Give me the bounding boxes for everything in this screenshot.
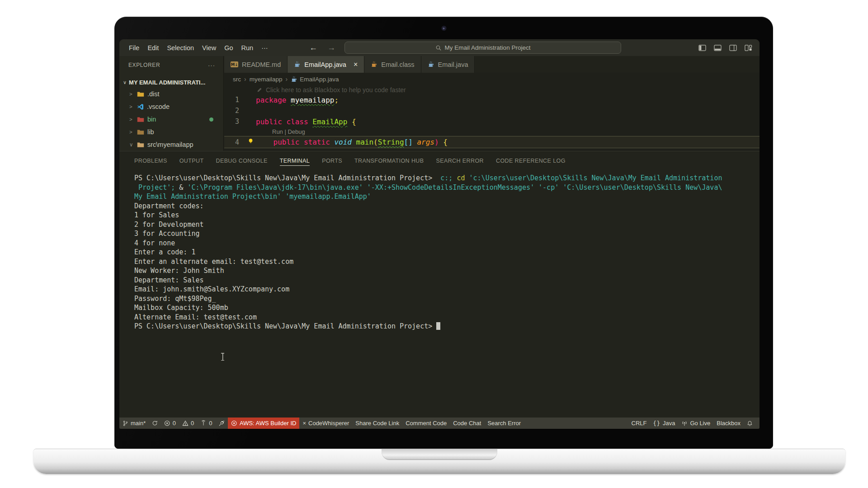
vscode-window: FileEditSelectionViewGoRun··· ← → My Ema… <box>119 39 760 429</box>
explorer-item-bin[interactable]: > bin <box>119 113 223 126</box>
status-bar: main*000AWS: AWS Builder ID×CodeWhispere… <box>119 418 760 429</box>
layout-panel-icon[interactable] <box>714 45 722 51</box>
terminal-line: Alternate Email: test@test.com <box>134 313 756 322</box>
bottom-panel: PROBLEMSOUTPUTDEBUG CONSOLETERMINALPORTS… <box>119 151 760 418</box>
breadcrumb-item-emailapp-java[interactable]: EmailApp.java <box>291 76 339 83</box>
tower-icon <box>200 420 207 426</box>
panel-tab-ports[interactable]: PORTS <box>322 156 342 165</box>
breadcrumb-item-myemailapp[interactable]: myemailapp <box>250 76 283 83</box>
java-blue-icon <box>428 61 434 68</box>
status-codewhisperer[interactable]: ×CodeWhisperer <box>299 418 352 429</box>
menu-run[interactable]: Run <box>237 44 258 52</box>
status-debug-connect[interactable] <box>215 418 228 429</box>
plug-icon <box>218 420 225 427</box>
terminal-line: PS C:\Users\user\Desktop\Skills New\Java… <box>134 322 756 331</box>
tab-readme-md[interactable]: M↓ README.md <box>224 56 288 73</box>
codelens-run-debug[interactable]: Run | Debug <box>224 127 760 136</box>
status-label: Code Chat <box>453 420 481 427</box>
terminal-line: My Email Administration Project\bin' 'my… <box>134 192 756 202</box>
panel-tab-transformation-hub[interactable]: TRANSFORMATION HUB <box>354 156 424 165</box>
code-editor[interactable]: Click here to ask Blackbox to help you c… <box>224 85 760 148</box>
back-button[interactable]: ← <box>309 43 317 52</box>
status-errors[interactable]: 0 <box>161 418 179 429</box>
status-eol-crlf[interactable]: CRLF <box>628 418 650 429</box>
explorer-item-lib[interactable]: > lib <box>119 126 223 138</box>
status-label: Go Live <box>690 420 710 427</box>
terminal[interactable]: PS C:\Users\user\Desktop\Skills New\Java… <box>134 174 756 331</box>
panel-tab-search-error[interactable]: SEARCH ERROR <box>436 156 484 165</box>
tab-email-java[interactable]: Email.java <box>421 56 475 73</box>
breadcrumb-item-src[interactable]: src <box>233 76 241 83</box>
layout-controls <box>698 39 752 56</box>
menu-edit[interactable]: Edit <box>143 44 163 52</box>
title-bar: FileEditSelectionViewGoRun··· ← → My Ema… <box>119 39 760 56</box>
code-line-4[interactable]: 4 public static void main(String[] args)… <box>224 136 760 148</box>
terminal-line: Department codes: <box>134 202 756 211</box>
status-forwarded-ports[interactable]: 0 <box>197 418 215 429</box>
panel-tab-debug-console[interactable]: DEBUG CONSOLE <box>216 156 267 165</box>
status-aws-builder-id[interactable]: AWS: AWS Builder ID <box>228 418 299 429</box>
blackbox-hint[interactable]: Click here to ask Blackbox to help you c… <box>224 85 760 94</box>
menu-bar: FileEditSelectionViewGoRun··· <box>125 39 272 56</box>
status-label: Comment Code <box>406 420 447 427</box>
panel-tab-output[interactable]: OUTPUT <box>179 156 204 165</box>
lightbulb-icon[interactable] <box>247 138 254 146</box>
status-search-error[interactable]: Search Error <box>484 418 524 429</box>
status-share-code-link[interactable]: Share Code Link <box>352 418 402 429</box>
panel-tabs: PROBLEMSOUTPUTDEBUG CONSOLETERMINALPORTS… <box>119 151 760 170</box>
folder-icon <box>137 117 144 122</box>
status-blackbox[interactable]: Blackbox <box>713 418 744 429</box>
terminal-line: Project'; & 'C:\Program Files\Java\jdk-1… <box>134 183 756 192</box>
line-number: 2 <box>224 107 245 115</box>
breadcrumb: src›myemailapp›EmailApp.java <box>224 73 760 85</box>
tab-label: README.md <box>242 61 281 68</box>
status-notifications[interactable] <box>744 418 756 429</box>
terminal-line: Department: Sales <box>134 276 756 285</box>
panel-tab-terminal[interactable]: TERMINAL <box>280 156 310 166</box>
terminal-line: Mailbox Capacity: 500mb <box>134 303 756 313</box>
explorer-more-icon[interactable]: ··· <box>208 62 215 69</box>
code-line-2[interactable]: 2 <box>224 105 760 116</box>
status-warnings[interactable]: 0 <box>179 418 197 429</box>
explorer-project-root[interactable]: ∨ MY EMAIL ADMINISTRATI... <box>119 77 223 88</box>
branch-icon <box>123 420 128 427</box>
status-go-live[interactable]: Go Live <box>678 418 713 429</box>
close-icon[interactable]: × <box>354 61 358 68</box>
java-orange-icon <box>371 61 377 68</box>
status-git-branch[interactable]: main* <box>119 418 149 429</box>
status-comment-code[interactable]: Comment Code <box>402 418 450 429</box>
java-blue-icon <box>291 76 297 83</box>
menu-file[interactable]: File <box>125 44 143 52</box>
panel-tab-code-reference-log[interactable]: CODE REFERENCE LOG <box>496 156 566 165</box>
layout-sidebar-right-icon[interactable] <box>729 45 737 51</box>
code-line-1[interactable]: 1 package myemailapp; <box>224 94 760 105</box>
layout-custom-icon[interactable] <box>745 45 752 51</box>
menu-selection[interactable]: Selection <box>163 44 198 52</box>
status-sync-changes[interactable] <box>149 418 161 429</box>
close-icon: × <box>302 420 306 426</box>
terminal-line: 3 for Accounting <box>134 229 756 239</box>
tab-emailapp-java[interactable]: EmailApp.java × <box>288 56 364 73</box>
explorer-item-src-myemailapp[interactable]: ∨ src\myemailapp <box>119 138 223 151</box>
terminal-line: Password: qMt$98Peg_ <box>134 294 756 304</box>
explorer-header: EXPLORER ··· <box>119 56 223 71</box>
status-language-java[interactable]: {}Java <box>650 418 679 429</box>
panel-tab-problems[interactable]: PROBLEMS <box>134 156 167 165</box>
warning-icon <box>182 420 189 426</box>
menu-go[interactable]: Go <box>220 44 237 52</box>
status-code-chat[interactable]: Code Chat <box>450 418 484 429</box>
sync-icon <box>152 420 158 426</box>
explorer-item-dist[interactable]: > .dist <box>119 88 223 100</box>
search-text: My Email Administration Project <box>445 44 531 51</box>
command-center-search[interactable]: My Email Administration Project <box>344 42 621 54</box>
layout-sidebar-left-icon[interactable] <box>698 45 706 51</box>
explorer-sidebar: EXPLORER ··· ∨ MY EMAIL ADMINISTRATI... … <box>119 56 224 151</box>
tab-email-class[interactable]: Email.class <box>364 56 421 73</box>
explorer-item-vscode[interactable]: > .vscode <box>119 100 223 113</box>
menu-view[interactable]: View <box>198 44 220 52</box>
file-label: bin <box>147 116 156 123</box>
code-line-3[interactable]: 3 public class EmailApp { <box>224 116 760 127</box>
status-label: Search Error <box>487 420 521 427</box>
forward-button[interactable]: → <box>327 43 335 52</box>
menu-item[interactable]: ··· <box>257 44 272 52</box>
